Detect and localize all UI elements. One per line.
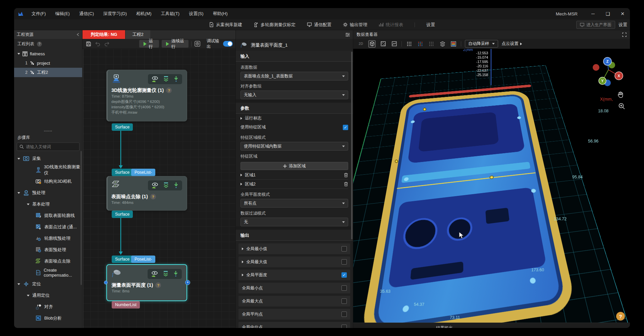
surface-display-button[interactable] — [379, 40, 387, 48]
chevron-down-icon[interactable] — [27, 204, 30, 205]
zoom-icon[interactable] — [618, 103, 626, 110]
node-noise-removal[interactable]: 表面噪点去除 (1) ? Time: 484ms — [106, 176, 187, 211]
step-group-acquisition[interactable]: 采集 — [14, 153, 82, 164]
output-row-global-max-point[interactable]: 全局最大点 — [238, 296, 350, 306]
step-group-basic-processing[interactable]: 基本处理 — [14, 199, 82, 210]
step-blob-analysis[interactable]: Blob分析 — [14, 313, 82, 324]
new-from-case-button[interactable]: 从案例库新建 — [209, 22, 242, 28]
measure-point-marker[interactable] — [423, 108, 426, 111]
node-add-port[interactable]: + — [185, 280, 190, 285]
profile-display-button[interactable] — [390, 40, 398, 48]
chevron-down-icon[interactable] — [17, 53, 20, 55]
output-row-global-min[interactable]: 全局最小值 — [238, 243, 350, 254]
menu-file[interactable]: 文件(F) — [27, 8, 51, 19]
menu-settings[interactable]: 设置(S) — [184, 8, 208, 19]
step-group-preprocessing[interactable]: 预处理 — [14, 187, 82, 199]
chevron-right-icon[interactable] — [240, 183, 242, 185]
step-surface-preprocess[interactable]: 表面预处理 — [14, 244, 82, 256]
trash-icon[interactable] — [344, 173, 348, 177]
validate-icon[interactable] — [163, 76, 169, 82]
node-help-icon[interactable]: ? — [150, 194, 156, 200]
feature-region-mode-select[interactable]: 使用特征区域内数据 — [240, 142, 348, 151]
project-item-selected[interactable]: 2 工程2 — [14, 68, 82, 77]
profiler-calibration-button[interactable]: 多轮廓测量仪标定 — [254, 22, 296, 28]
step-surface-noise-removal[interactable]: 表面噪点去除 — [14, 256, 82, 267]
node-measure-flatness[interactable]: 测量表面平面度 (1) ? Time: 8ms — [106, 264, 187, 301]
points-white-button[interactable] — [406, 40, 413, 48]
save-button[interactable] — [85, 40, 92, 48]
node-help-icon[interactable]: ? — [166, 88, 172, 93]
step-profile-preprocess[interactable]: 轮廓线预处理 — [14, 233, 82, 244]
region1-row[interactable]: 区域1 — [240, 171, 348, 180]
input-port-surface[interactable]: Surface — [112, 256, 133, 263]
use-feature-region-checkbox[interactable] — [343, 125, 348, 130]
project-group-flatness[interactable]: flatness — [14, 49, 82, 58]
measure-point-marker[interactable] — [395, 160, 398, 163]
pan-hand-icon[interactable] — [617, 91, 624, 99]
layers-view-button[interactable] — [439, 40, 446, 48]
orientation-gizmo[interactable]: Z X Y — [588, 54, 628, 89]
settings-button[interactable]: 设置 — [426, 22, 435, 28]
menu-deep-learning[interactable]: 深度学习(D) — [99, 8, 131, 19]
tab-project2[interactable]: 工程2 — [125, 30, 150, 39]
output-checkbox[interactable] — [341, 325, 347, 328]
trash-icon[interactable] — [344, 182, 348, 186]
minimize-button[interactable]: ─ — [586, 8, 600, 19]
input-port-surface[interactable]: Surface — [112, 169, 133, 176]
step-laser-profiler[interactable]: 3D线激光轮廓测量仪 — [14, 164, 82, 176]
collapse-panel-icon[interactable] — [76, 33, 79, 36]
chevron-down-icon[interactable] — [17, 192, 20, 194]
region2-row[interactable]: 区域2 — [240, 180, 348, 189]
surface-data-select[interactable]: 表面噪点去除_1_表面数据 — [240, 72, 348, 80]
step-structured-light-camera[interactable]: 结构光3D相机 — [14, 176, 82, 187]
run-button[interactable]: 运行 — [139, 40, 159, 48]
output-checkbox[interactable] — [341, 246, 347, 251]
points-colored-button[interactable] — [417, 40, 424, 48]
download-output-icon[interactable] — [173, 76, 179, 82]
step-surface-point-filter[interactable]: 表面点过滤 (通... — [14, 221, 82, 233]
menu-edit[interactable]: 编辑(E) — [51, 8, 74, 19]
undo-button[interactable] — [95, 40, 101, 48]
maximize-button[interactable]: ❑ — [600, 8, 615, 19]
view-3d-button[interactable] — [368, 40, 376, 48]
statistics-report-button[interactable]: 统计报表 — [379, 22, 403, 28]
sidebar-scrollbar[interactable] — [80, 151, 82, 285]
viewport-3d[interactable]: Z(mm -12.553 -15.074 -17.595 -20.116 -22… — [353, 49, 630, 323]
output-checkbox[interactable] — [341, 259, 347, 265]
step-extract-profile[interactable]: 提取表面轮廓线 — [14, 210, 82, 221]
settings-right-button[interactable]: 设置 — [619, 22, 627, 28]
step-create-compensation[interactable]: Create compensatio... — [14, 267, 82, 278]
height-map-button[interactable] — [450, 40, 457, 48]
output-row-global-flatness[interactable]: 全局平面度 — [238, 270, 350, 280]
output-checkbox[interactable] — [341, 272, 347, 278]
panel-resize-handle[interactable]: •••••• — [44, 129, 52, 133]
output-row-global-min-point[interactable]: 全局最小点 — [238, 283, 350, 293]
menu-toolbox[interactable]: 工具箱(T) — [156, 8, 184, 19]
step-group-general-locating[interactable]: 通用定位 — [14, 290, 82, 301]
panel-options-icon[interactable] — [345, 33, 350, 37]
input-port-poselist[interactable]: PoseList- — [131, 169, 155, 176]
chevron-right-icon[interactable] — [240, 174, 242, 176]
output-row-global-mean-point[interactable]: 全局平均点 — [238, 309, 350, 320]
run-settings-button[interactable] — [194, 40, 201, 48]
enter-production-button[interactable]: 进入生产界面 — [576, 21, 615, 29]
validate-icon[interactable] — [162, 271, 169, 277]
preview-eye-icon[interactable] — [151, 271, 158, 277]
preview-eye-icon[interactable] — [151, 182, 159, 189]
output-port-surface[interactable]: Surface — [112, 123, 133, 131]
add-region-button[interactable]: 添加区域 — [240, 162, 348, 170]
output-checkbox[interactable] — [341, 312, 347, 317]
project-item-project[interactable]: 1 project — [14, 58, 82, 68]
chevron-down-icon[interactable] — [17, 158, 20, 160]
project-list-help-icon[interactable]: ? — [37, 42, 42, 47]
properties-scrollbar[interactable] — [351, 52, 353, 239]
menu-camera[interactable]: 相机(M) — [131, 8, 156, 19]
view-2d-button[interactable]: 2D — [357, 40, 365, 48]
node-left-port[interactable] — [104, 281, 108, 284]
points-gray-button[interactable] — [428, 40, 435, 48]
chevron-down-icon[interactable] — [27, 295, 30, 296]
communication-config-button[interactable]: 通信配置 — [307, 22, 331, 28]
output-port-numberlist[interactable]: NumberList — [112, 301, 140, 309]
help-button[interactable]: ? — [616, 312, 625, 321]
run-continuous-button[interactable]: 连续运行 — [162, 40, 189, 48]
